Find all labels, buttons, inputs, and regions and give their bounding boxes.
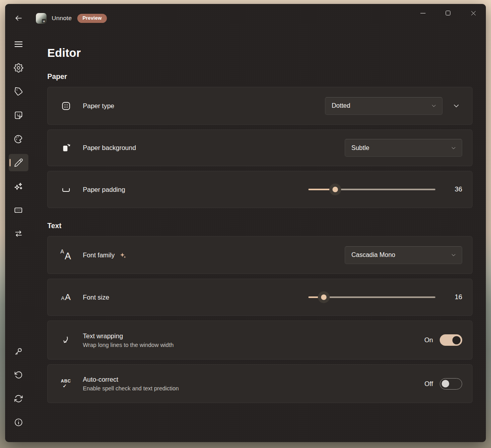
paper-padding-label: Paper padding	[83, 186, 308, 193]
sidebar	[5, 32, 32, 442]
auto-correct-toggle[interactable]	[440, 378, 462, 390]
titlebar: u Unnote Preview	[5, 4, 486, 32]
paper-background-dropdown[interactable]: Subtle	[345, 139, 462, 157]
sticker-icon	[14, 111, 23, 120]
paper-type-dropdown[interactable]: Dotted	[325, 97, 442, 115]
window-controls	[410, 4, 486, 22]
menu-icon	[13, 39, 24, 49]
font-size-slider[interactable]	[308, 291, 435, 304]
key-icon	[14, 347, 23, 356]
sidebar-item-shortcuts[interactable]	[9, 201, 28, 219]
paper-type-value: Dotted	[332, 102, 431, 109]
slider-thumb[interactable]	[329, 184, 341, 195]
preview-badge: Preview	[77, 14, 107, 23]
slider-fill	[308, 296, 324, 298]
font-size-value: 16	[444, 293, 462, 301]
back-button[interactable]	[11, 11, 26, 25]
chevron-down-icon	[451, 145, 456, 151]
paper-padding-value: 36	[444, 186, 462, 193]
font-size-icon: AA	[60, 292, 72, 302]
close-button[interactable]	[461, 4, 486, 22]
text-wrapping-description: Wrap long lines to the window width	[83, 342, 424, 348]
sidebar-item-appearance[interactable]	[9, 130, 28, 148]
tag-icon	[14, 87, 23, 96]
sync-icon	[14, 394, 23, 403]
undo-icon	[14, 370, 23, 380]
menu-button[interactable]	[9, 36, 28, 53]
chevron-down-icon	[451, 252, 456, 258]
paper-type-expander-button[interactable]	[450, 98, 462, 114]
sidebar-item-sync[interactable]	[9, 390, 28, 407]
sidebar-item-stickers[interactable]	[9, 107, 28, 124]
sidebar-item-tags[interactable]	[9, 83, 28, 100]
setting-row-auto-correct: ABC ✓ Auto-correct Enable spell check an…	[47, 364, 472, 403]
paper-background-label: Paper background	[83, 144, 345, 152]
section-text: Text	[47, 222, 472, 230]
auto-correct-state-label: Off	[424, 380, 433, 388]
palette-icon	[13, 134, 23, 144]
auto-correct-icon: ABC ✓	[60, 379, 72, 388]
paper-background-value: Subtle	[351, 144, 451, 152]
app-window: u Unnote Preview	[5, 4, 486, 442]
app-title: Unnote	[52, 15, 72, 22]
sidebar-item-about[interactable]	[9, 414, 28, 431]
settings-gear-icon	[14, 63, 23, 73]
paper-background-icon	[60, 142, 72, 153]
paper-padding-icon	[60, 184, 72, 195]
font-size-label: Font size	[83, 294, 308, 301]
section-paper: Paper	[47, 73, 472, 81]
slider-track[interactable]	[308, 189, 435, 191]
swap-arrows-icon	[14, 229, 23, 238]
chevron-down-icon	[431, 103, 437, 109]
font-family-icon: AA	[60, 249, 72, 261]
pencil-icon	[14, 158, 23, 167]
keyboard-icon	[13, 205, 23, 215]
sidebar-item-editor[interactable]	[9, 154, 28, 171]
ai-sparkle-icon	[119, 251, 127, 259]
app-icon: u	[36, 13, 47, 24]
setting-row-paper-background: Paper background Subtle	[47, 129, 472, 166]
sparkles-icon	[13, 182, 23, 191]
font-family-value: Cascadia Mono	[351, 251, 451, 259]
paper-type-label: Paper type	[83, 102, 325, 110]
paper-type-icon	[60, 101, 72, 111]
auto-correct-description: Enable spell check and text prediction	[83, 385, 424, 392]
text-wrapping-label: Text wrapping	[83, 332, 424, 340]
slider-track[interactable]	[308, 296, 435, 298]
text-wrapping-toggle[interactable]	[440, 334, 462, 346]
toggle-knob	[442, 380, 449, 388]
info-icon	[14, 418, 23, 427]
text-wrapping-icon	[60, 335, 72, 345]
maximize-button[interactable]	[435, 4, 461, 22]
sidebar-item-undo[interactable]	[9, 366, 28, 384]
setting-row-font-size: AA Font size 16	[47, 279, 472, 316]
app-icon-letter: u	[42, 19, 46, 23]
sidebar-item-import-export[interactable]	[9, 225, 28, 242]
sidebar-item-settings[interactable]	[9, 59, 28, 77]
toggle-knob	[452, 336, 461, 344]
setting-row-font-family: AA Font family Ca	[47, 236, 472, 274]
chevron-down-icon	[453, 102, 460, 109]
font-family-label: Font family	[83, 251, 115, 259]
minimize-icon	[420, 13, 426, 13]
paper-padding-slider[interactable]	[308, 183, 435, 196]
minimize-button[interactable]	[410, 4, 435, 22]
slider-fill	[308, 189, 335, 191]
page-title: Editor	[47, 47, 472, 60]
setting-row-paper-type: Paper type Dotted	[47, 87, 472, 125]
text-wrapping-state-label: On	[424, 336, 433, 344]
font-family-dropdown[interactable]: Cascadia Mono	[345, 246, 462, 264]
settings-page: Editor Paper Paper ty	[32, 32, 486, 442]
close-icon	[470, 10, 476, 16]
sidebar-item-ai[interactable]	[9, 178, 28, 195]
arrow-left-icon	[14, 14, 23, 22]
setting-row-text-wrapping: Text wrapping Wrap long lines to the win…	[47, 321, 472, 360]
slider-thumb[interactable]	[318, 291, 330, 303]
auto-correct-label: Auto-correct	[83, 376, 424, 383]
maximize-icon	[446, 11, 450, 15]
sidebar-item-security[interactable]	[9, 343, 28, 360]
setting-row-paper-padding: Paper padding 36	[47, 171, 472, 208]
